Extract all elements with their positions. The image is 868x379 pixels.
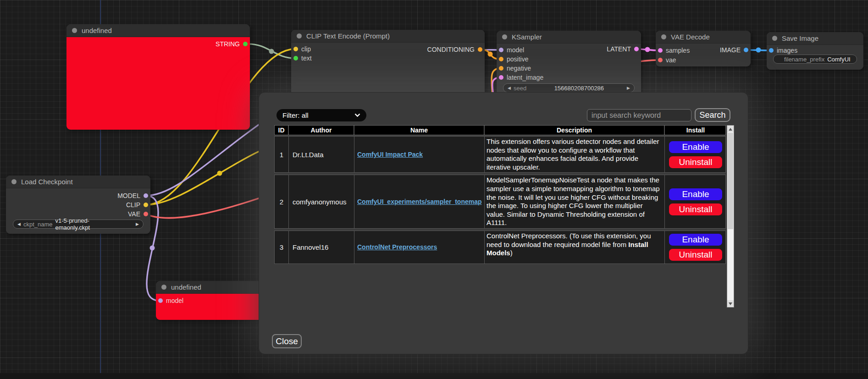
- node-title: Load Checkpoint: [21, 178, 73, 186]
- uninstall-button[interactable]: Uninstall: [669, 203, 723, 216]
- slot-dot: [243, 42, 248, 46]
- uninstall-button[interactable]: Uninstall: [669, 248, 723, 261]
- extension-name-link[interactable]: ComfyUI Impact Pack: [354, 137, 485, 172]
- cell-install: EnableUninstall: [665, 175, 726, 228]
- search-button[interactable]: Search: [695, 108, 730, 122]
- link-dot-clip-2: [217, 171, 222, 176]
- slot-dot: [744, 48, 748, 52]
- input-slot-negative[interactable]: negative: [499, 64, 531, 72]
- uninstall-button[interactable]: Uninstall: [669, 156, 723, 169]
- stepper-left-icon[interactable]: ◀: [508, 86, 511, 90]
- slot-dot: [478, 47, 482, 52]
- slot-dot: [769, 48, 774, 53]
- enable-button[interactable]: Enable: [669, 188, 723, 201]
- link-dot-conditioning: [488, 52, 493, 57]
- link-dot-model: [150, 246, 155, 251]
- link-dot-string: [269, 49, 274, 54]
- slot-dot: [658, 48, 663, 53]
- output-slot-conditioning[interactable]: CONDITIONING: [427, 45, 482, 54]
- seed-widget[interactable]: ◀ seed 156680208700286 ▶: [503, 83, 635, 93]
- node-vae-decode[interactable]: VAE Decode samples vae IMAGE: [656, 31, 751, 66]
- cell-id: 1: [275, 137, 289, 172]
- filename-prefix-widget[interactable]: filename_prefix ComfyUI: [773, 55, 857, 64]
- node-collapse-dot[interactable]: [161, 285, 166, 290]
- node-title: KSampler: [512, 33, 542, 41]
- input-slot-latent-image[interactable]: latent_image: [499, 73, 543, 82]
- cell-description: ControlNet Preprocessors. (To use this e…: [485, 231, 665, 264]
- cell-author: comfyanonymous: [289, 175, 354, 228]
- slot-dot: [499, 48, 503, 52]
- node-collapse-dot[interactable]: [661, 34, 666, 39]
- output-slot-model[interactable]: MODEL: [117, 192, 148, 200]
- slot-dot: [658, 58, 663, 62]
- extensions-table-body: 1Dr.Lt.DataComfyUI Impact PackThis exten…: [274, 136, 726, 264]
- node-title: CLIP Text Encode (Prompt): [306, 32, 390, 40]
- table-scrollbar[interactable]: [727, 125, 734, 308]
- header-install: Install: [665, 126, 726, 135]
- enable-button[interactable]: Enable: [669, 141, 723, 154]
- header-author: Author: [289, 126, 354, 135]
- stepper-right-icon[interactable]: ▶: [627, 86, 630, 90]
- slot-dot: [499, 57, 503, 61]
- header-description: Description: [485, 126, 665, 135]
- slot-dot: [158, 298, 163, 303]
- filter-dropdown[interactable]: Filter: all: [276, 109, 366, 121]
- slot-dot: [144, 193, 148, 198]
- output-slot-latent[interactable]: LATENT: [607, 45, 639, 53]
- node-ksampler[interactable]: KSampler model positive negative latent_…: [497, 31, 641, 96]
- table-row: 3Fannovel16ControlNet PreprocessorsContr…: [274, 231, 726, 264]
- table-header: ID Author Name Description Install: [274, 125, 726, 135]
- chevron-down-icon: [354, 113, 360, 117]
- node-collapse-dot[interactable]: [502, 34, 507, 39]
- close-button[interactable]: Close: [272, 334, 302, 348]
- input-slot-clip[interactable]: clip: [293, 45, 311, 53]
- output-slot-string[interactable]: STRING: [216, 40, 248, 48]
- cell-id: 2: [275, 175, 289, 228]
- cell-id: 3: [275, 231, 289, 264]
- cell-install: EnableUninstall: [665, 137, 726, 172]
- canvas-bottom-edge: [0, 373, 868, 379]
- input-slot-model[interactable]: model: [158, 297, 183, 305]
- input-slot-positive[interactable]: positive: [499, 55, 528, 63]
- cell-author: Fannovel16: [289, 231, 354, 264]
- cell-description: This extension offers various detector n…: [485, 137, 665, 172]
- node-load-checkpoint[interactable]: Load Checkpoint MODEL CLIP VAE ◀ ckpt_na…: [6, 176, 150, 234]
- node-collapse-dot[interactable]: [72, 28, 77, 33]
- input-slot-vae[interactable]: vae: [658, 56, 676, 64]
- header-id: ID: [275, 126, 289, 135]
- output-slot-image[interactable]: IMAGE: [720, 46, 748, 54]
- input-slot-model[interactable]: model: [499, 46, 524, 54]
- slot-dot: [144, 212, 148, 216]
- node-undefined-top[interactable]: undefined STRING: [66, 24, 250, 130]
- stepper-right-icon[interactable]: ▶: [136, 222, 139, 226]
- cell-description: ModelSamplerTonemapNoiseTest a node that…: [485, 175, 665, 228]
- slot-dot: [293, 56, 298, 60]
- node-collapse-dot[interactable]: [772, 36, 777, 41]
- stepper-left-icon[interactable]: ◀: [17, 222, 21, 226]
- cell-install: EnableUninstall: [665, 231, 726, 264]
- output-slot-vae[interactable]: VAE: [128, 210, 148, 218]
- extensions-table: ID Author Name Description Install 1Dr.L…: [274, 125, 726, 266]
- node-collapse-dot[interactable]: [297, 33, 302, 38]
- extension-name-link[interactable]: ControlNet Preprocessors: [354, 231, 485, 264]
- node-title: Save Image: [782, 34, 818, 42]
- node-save-image[interactable]: Save Image images filename_prefix ComfyU…: [767, 32, 863, 70]
- extension-name-link[interactable]: ComfyUI_experiments/sampler_tonemap: [354, 175, 485, 228]
- input-slot-samples[interactable]: samples: [658, 46, 690, 55]
- node-collapse-dot[interactable]: [11, 179, 17, 184]
- input-slot-text[interactable]: text: [293, 54, 312, 62]
- scroll-up-arrow[interactable]: [727, 126, 734, 132]
- slot-dot: [499, 75, 503, 80]
- input-slot-images[interactable]: images: [769, 46, 797, 55]
- header-name: Name: [354, 126, 485, 135]
- scroll-down-arrow[interactable]: [727, 300, 734, 307]
- link-dot-latent: [645, 47, 650, 52]
- scrollbar-thumb[interactable]: [728, 133, 733, 229]
- enable-button[interactable]: Enable: [669, 233, 723, 246]
- output-slot-clip[interactable]: CLIP: [126, 201, 148, 209]
- slot-dot: [293, 47, 298, 51]
- search-input[interactable]: [587, 109, 691, 121]
- cell-author: Dr.Lt.Data: [289, 137, 354, 172]
- node-title: undefined: [171, 283, 201, 291]
- ckpt-name-widget[interactable]: ◀ ckpt_name v1-5-pruned-emaonly.ckpt ▶: [13, 220, 144, 229]
